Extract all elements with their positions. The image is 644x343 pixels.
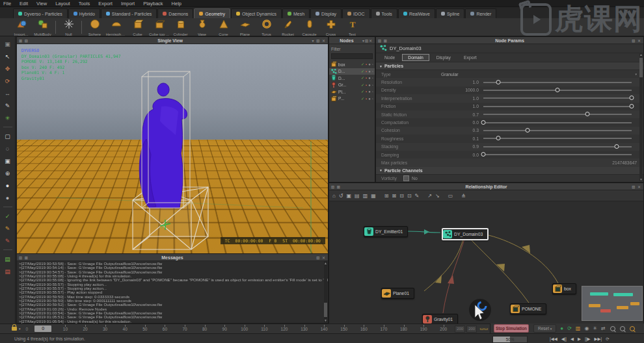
red-pen-tool-icon[interactable]: ✎	[3, 236, 13, 246]
graph-node-box[interactable]: box	[552, 283, 576, 294]
param-value[interactable]: 1.0	[441, 80, 483, 84]
go-end-icon[interactable]: ▶▶|	[594, 337, 602, 342]
refresh-icon[interactable]: ↺	[339, 193, 343, 199]
tab-dyverso-particles[interactable]: Dyverso - Particles	[13, 8, 68, 18]
rotate-tool-icon[interactable]: ⟳	[3, 76, 13, 86]
shelf-hemisphere-button[interactable]: Hemisphere	[105, 19, 127, 36]
scale-tool-icon[interactable]: ↔	[3, 88, 13, 98]
new-icon[interactable]: ⌂	[332, 193, 336, 199]
panel-window-icons[interactable]: ▾ ⊡ ✕	[312, 38, 326, 43]
panel-window-icons[interactable]: ⊡ ✕	[316, 255, 326, 260]
menu-help[interactable]: Help	[172, 1, 181, 6]
tab-geometry[interactable]: Geometry	[194, 8, 230, 18]
params-scrollbar[interactable]: ▲ ▼	[639, 53, 643, 181]
link-up-icon[interactable]: ↗	[427, 193, 432, 199]
slider-knob[interactable]	[526, 128, 530, 133]
cache-icon[interactable]: ▥	[576, 325, 581, 331]
param-slider[interactable]	[483, 122, 632, 123]
graph-node-dy_domain03[interactable]: DY_Domain03	[442, 228, 489, 240]
param-value[interactable]: 1000.0	[441, 88, 483, 92]
timeline-end-value[interactable]: 200	[455, 325, 465, 333]
node-ball-icon[interactable]: ●	[368, 70, 371, 73]
play-forward-icon[interactable]: ▶	[578, 337, 581, 342]
slider-knob[interactable]	[585, 112, 589, 116]
lock-dropdown-icon[interactable]: ▾	[19, 327, 21, 331]
zoom-out-icon[interactable]	[610, 326, 615, 331]
current-frame-box[interactable]: 0	[34, 325, 51, 332]
shelf-cross-button[interactable]: Cross	[320, 19, 342, 36]
param-slider[interactable]	[483, 114, 632, 115]
node-check-icon[interactable]: ✓	[361, 76, 364, 80]
slider-knob[interactable]	[556, 88, 560, 92]
menu-view[interactable]: View	[36, 1, 47, 6]
param-slider[interactable]	[483, 97, 632, 99]
scroll-up-icon[interactable]: ▲	[639, 53, 643, 57]
params-tab-export[interactable]: Export	[458, 54, 483, 61]
shelf-plane-button[interactable]: Plane	[234, 19, 256, 36]
param-value[interactable]: 0.3	[441, 128, 483, 133]
param-slider[interactable]	[483, 82, 632, 83]
timeline-end-value[interactable]: 200	[466, 325, 477, 333]
go-start-icon[interactable]: |◀◀	[550, 337, 557, 342]
node-flag-icon[interactable]: ▪	[366, 70, 367, 73]
gear-icon[interactable]: ✳	[593, 325, 597, 331]
slider-knob[interactable]	[481, 152, 486, 157]
relationship-graph[interactable]: DY_Emitter01DY_Domain03Plane01Gravity01P…	[329, 201, 643, 325]
step-forward-icon[interactable]: ||▶	[585, 337, 590, 342]
param-value[interactable]: 1.0	[441, 104, 483, 108]
scroll-up-icon[interactable]: ▲	[324, 261, 327, 265]
add-group-icon[interactable]: ▤	[355, 193, 360, 199]
wire-cube-tool-icon[interactable]: ▢	[3, 131, 13, 141]
messages-log[interactable]: >[27/May/2019 00:53:58] - Save: G:\Image…	[17, 261, 328, 324]
dropdown-caret-icon[interactable]: ▾	[635, 72, 637, 76]
shelf-import-button[interactable]: Import...	[10, 19, 32, 36]
slider-knob[interactable]	[615, 144, 619, 149]
link-down-icon[interactable]: ↘	[435, 193, 440, 199]
node-flag-icon[interactable]: ▪	[366, 83, 367, 87]
params-tab-node[interactable]: Node	[379, 54, 401, 61]
param-value[interactable]: 1.0	[441, 96, 483, 101]
node-flag-icon[interactable]: ▪	[366, 76, 367, 80]
filter-input[interactable]	[331, 53, 373, 59]
loop-icon[interactable]: ⟳	[606, 337, 609, 342]
panel-menu-icon[interactable]: ⊞ ⊟	[19, 38, 29, 43]
param-value[interactable]: 0.9	[441, 144, 483, 149]
stop-simulation-button[interactable]: Stop Simulation	[494, 324, 529, 333]
shelf-cube-button[interactable]: Cube	[127, 19, 148, 36]
viewport-canvas[interactable]: DYVERSODY_Domain03 (Granular) PARTICLES …	[17, 44, 328, 253]
shelf-vase-button[interactable]: Vase	[191, 19, 213, 36]
menu-import[interactable]: Import	[121, 1, 135, 6]
max-particles-value[interactable]: 2147483647	[612, 160, 637, 165]
red-board-tool-icon[interactable]: ▤	[3, 266, 13, 276]
sim-refresh-icon[interactable]: ⟳	[567, 325, 572, 331]
graph-node-dy_emitter01[interactable]: DY_Emitter01	[364, 226, 408, 237]
param-slider[interactable]	[483, 90, 632, 91]
tab-standard-particles[interactable]: Standard - Particles	[101, 8, 157, 18]
green-board-tool-icon[interactable]: ▤	[3, 254, 13, 264]
menu-file[interactable]: File	[3, 1, 11, 6]
lock-icon[interactable]	[12, 327, 17, 331]
shelf-rocket-button[interactable]: Rocket	[277, 19, 299, 36]
shelf-cylinder-button[interactable]: Cylinder	[170, 19, 191, 36]
snapshot-icon[interactable]: ▣	[347, 193, 352, 199]
node-ball-icon[interactable]: ●	[368, 62, 371, 66]
timeline-options-icon[interactable]: ▭▭	[479, 326, 488, 331]
shelf-cone-button[interactable]: Cone	[213, 19, 234, 36]
tab-display[interactable]: Display	[310, 8, 342, 18]
frame-selected-icon[interactable]: ⊠	[392, 193, 397, 199]
shuffle-icon[interactable]: ⇄	[601, 325, 606, 331]
scroll-down-icon[interactable]: ▼	[639, 177, 643, 181]
param-value[interactable]: 0.0	[441, 153, 483, 157]
shelf-torus-button[interactable]: Torus	[256, 19, 277, 36]
node-ring-icon[interactable]: ◦	[372, 70, 373, 73]
axis-tool-icon[interactable]: ✳	[3, 113, 13, 123]
param-value[interactable]: 0.1	[441, 136, 483, 141]
panel-menu-icon[interactable]: ⊡ ⊞	[19, 255, 29, 260]
particle-channels-section-header[interactable]: ▼ Particle Channels	[376, 167, 643, 175]
panel-window-icons[interactable]: ▾⊡✕	[362, 38, 373, 43]
graph-node-pomone[interactable]: POMONE	[510, 303, 546, 314]
panel-window-icons[interactable]: ⊡ ✕	[632, 184, 641, 189]
tab-object-dynamics[interactable]: Object Dynamics	[231, 8, 282, 18]
statue-mesh[interactable]	[139, 83, 187, 208]
camera-tool-icon[interactable]: ▣	[3, 39, 13, 49]
